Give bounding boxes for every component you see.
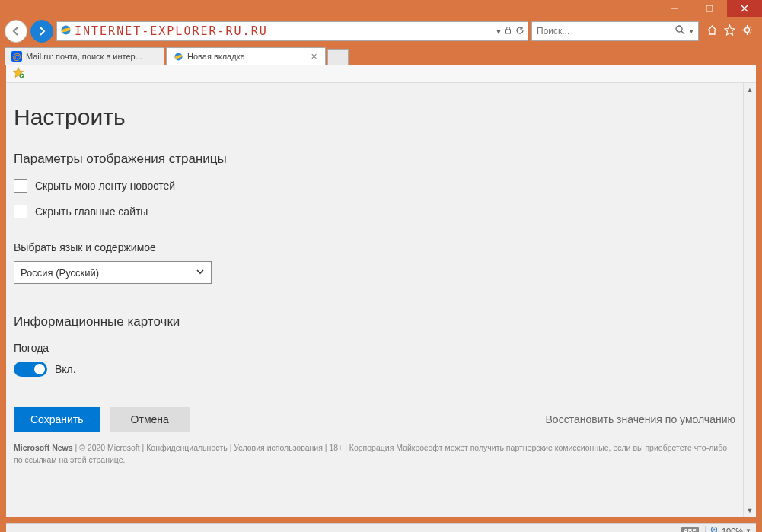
tab-close-icon[interactable]: ✕ [309,52,319,62]
maximize-button[interactable] [692,0,727,17]
footer-text: Microsoft News | © 2020 Microsoft | Конф… [14,442,735,467]
checkbox-label: Скрыть мою ленту новостей [35,180,175,192]
checkbox-icon[interactable] [14,179,27,193]
language-select[interactable]: Россия (Русский) [14,261,212,284]
back-button[interactable] [5,20,27,43]
select-value: Россия (Русский) [21,267,99,279]
favorites-bar [6,65,756,83]
navigation-toolbar: INTERNET-EXPLORER-RU.RU ▾ ▾ [0,17,762,46]
svg-rect-1 [706,5,713,11]
svg-point-7 [676,26,682,32]
tab-label: Mail.ru: почта, поиск в интер... [26,52,158,61]
zoom-value: 100% [722,527,743,533]
footer-brand: Microsoft News [14,443,73,452]
close-window-button[interactable] [727,0,762,17]
weather-label: Погода [14,342,735,354]
svg-line-14 [744,27,744,27]
checkbox-icon[interactable] [14,205,27,218]
section-display-heading: Параметры отображения страницы [14,151,735,167]
tab-label: Новая вкладка [187,52,305,61]
window-titlebar [0,0,762,17]
svg-line-17 [750,27,751,27]
status-bar: ABP 100% ▼ [6,523,756,532]
dropdown-icon[interactable]: ▾ [496,26,501,37]
cancel-button[interactable]: Отмена [110,407,190,432]
vertical-scrollbar[interactable]: ▲ ▼ [743,83,756,517]
svg-rect-6 [506,30,511,33]
home-icon[interactable] [706,24,718,38]
address-url: INTERNET-EXPLORER-RU.RU [75,24,493,38]
toggle-state-label: Вкл. [55,363,76,375]
search-box[interactable]: ▾ [531,21,699,41]
search-input[interactable] [537,26,671,37]
svg-line-16 [744,33,744,33]
lock-icon [504,26,512,37]
scroll-track[interactable] [744,96,756,504]
scroll-up-icon[interactable]: ▲ [744,83,756,96]
zoom-control[interactable]: 100% ▼ [705,526,751,533]
minimize-button[interactable] [657,0,692,17]
refresh-icon[interactable] [515,26,524,37]
weather-toggle[interactable] [14,362,47,377]
address-bar[interactable]: INTERNET-EXPLORER-RU.RU ▾ [56,21,528,41]
tab-strip: @ Mail.ru: почта, поиск в интер... Новая… [0,46,762,65]
chevron-down-icon [196,267,205,279]
forward-button[interactable] [30,20,53,43]
language-label: Выбрать язык и содержимое [14,241,735,253]
info-cards-heading: Информационные карточки [14,314,735,330]
abp-badge[interactable]: ABP [681,527,699,532]
search-dropdown-icon[interactable]: ▾ [690,27,693,35]
mailru-favicon-icon: @ [11,51,22,62]
svg-point-9 [745,28,750,33]
zoom-icon [710,526,719,533]
ie-favicon-icon [60,24,72,38]
save-button[interactable]: Сохранить [14,407,100,432]
add-favorite-icon[interactable] [12,66,24,81]
svg-line-15 [750,33,751,33]
checkbox-hide-topsites[interactable]: Скрыть главные сайты [14,205,735,218]
svg-text:@: @ [13,52,21,61]
viewport: Настроить Параметры отображения страницы… [6,83,756,517]
toggle-knob [34,364,45,374]
ie-favicon-icon [173,51,183,62]
zoom-dropdown-icon[interactable]: ▼ [745,527,751,532]
search-icon[interactable] [675,25,685,37]
favorites-icon[interactable] [724,24,735,38]
scroll-down-icon[interactable]: ▼ [744,504,756,517]
checkbox-hide-feed[interactable]: Скрыть мою ленту новостей [14,179,735,193]
page-content: Настроить Параметры отображения страницы… [6,83,743,517]
tools-icon[interactable] [741,24,753,38]
restore-defaults-link[interactable]: Восстановить значения по умолчанию [546,413,735,425]
checkbox-label: Скрыть главные сайты [35,205,148,218]
tab-mailru[interactable]: @ Mail.ru: почта, поиск в интер... [5,47,164,65]
footer-legal: | © 2020 Microsoft | Конфиденциальность … [14,443,727,464]
new-tab-button[interactable] [327,49,349,65]
page-title: Настроить [14,104,735,130]
svg-line-8 [681,31,684,34]
tab-newtab[interactable]: Новая вкладка ✕ [166,47,326,65]
